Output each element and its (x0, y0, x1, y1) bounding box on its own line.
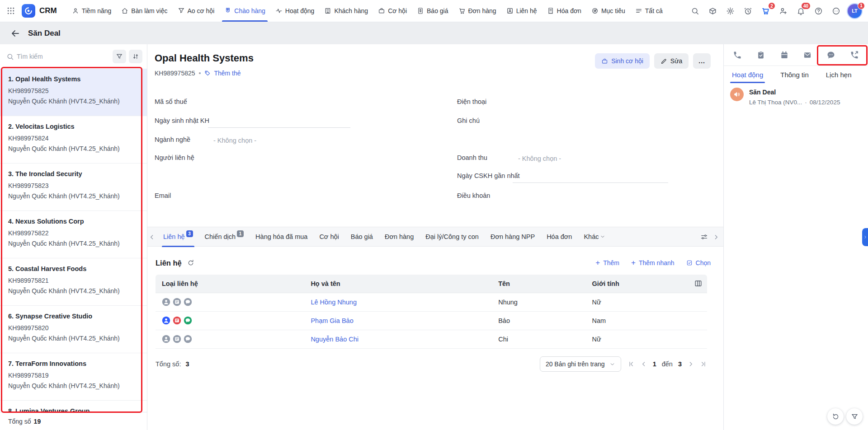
chat-type-icon[interactable] (184, 316, 192, 325)
help-button[interactable] (811, 4, 825, 18)
search-button[interactable] (688, 4, 702, 18)
generate-opportunity-button[interactable]: Sinh cơ hội (595, 53, 650, 69)
add-tag-button[interactable]: Thêm thẻ (204, 70, 241, 77)
deal-list-item[interactable]: 1. Opal Health SystemsKH989975825Nguyễn … (0, 69, 147, 116)
more-actions-button[interactable]: ... (693, 53, 711, 69)
field-value[interactable] (513, 190, 668, 203)
deal-list-item[interactable]: 6. Synapse Creative StudioKH989975820Ngu… (0, 306, 147, 353)
contact-row[interactable]: Lê Hồng NhungNhungNữ (156, 293, 707, 311)
phone-out-icon[interactable] (850, 51, 859, 60)
nav-item-cart[interactable]: Đơn hàng (453, 0, 501, 22)
nav-item-target[interactable]: Mục tiêu (586, 0, 630, 22)
contact-name-link[interactable]: Phạm Gia Bảo (311, 317, 353, 324)
last-page-button[interactable] (700, 360, 707, 368)
related-tab-5[interactable]: Đơn hàng (379, 227, 420, 247)
column-picker-icon[interactable] (694, 279, 703, 288)
app-grid-icon[interactable] (6, 6, 15, 15)
panel-tab-1[interactable]: Thông tin (780, 66, 809, 83)
mail-icon[interactable] (803, 51, 812, 60)
contact-row[interactable]: Phạm Gia BảoBảoNam (156, 311, 707, 330)
nav-item-invoice[interactable]: Hóa đơn (542, 0, 586, 22)
page-size-select[interactable]: 20 Bản ghi trên trang (540, 356, 621, 372)
clipboard-icon[interactable] (756, 51, 765, 60)
nav-item-menu[interactable]: Tất cả (630, 0, 668, 22)
panel-tab-0[interactable]: Hoạt động (732, 66, 763, 83)
edit-button[interactable]: Sửa (654, 53, 689, 69)
crm-logo[interactable] (22, 4, 35, 18)
person-type-icon[interactable] (162, 298, 170, 306)
user-avatar[interactable]: LT1 (848, 4, 862, 18)
next-page-button[interactable] (687, 360, 694, 368)
nav-item-lead[interactable]: Tiềm năng (67, 0, 117, 22)
nav-item-pool[interactable]: Ao cơ hội (173, 0, 220, 22)
quick-add-contact-button[interactable]: +Thêm nhanh (631, 259, 675, 267)
sort-button[interactable] (129, 50, 142, 63)
history-fab-button[interactable] (827, 408, 844, 425)
related-tab-3[interactable]: Cơ hội (313, 227, 344, 247)
person-type-icon[interactable] (162, 335, 170, 343)
deal-list-item[interactable]: 2. Velocitas LogisticsKH989975824Nguyễn … (0, 116, 147, 164)
field-value[interactable] (513, 115, 668, 128)
contact-name-link[interactable]: Lê Hồng Nhung (311, 299, 357, 306)
related-tab-1[interactable]: Chiến dịch1 (199, 227, 250, 247)
activity-item[interactable]: Săn DealLê Thị Thoa (NV0...·08/12/2025 (730, 88, 863, 106)
nav-item-quote[interactable]: Báo giá (412, 0, 453, 22)
contact-row[interactable]: Nguyễn Bảo ChiChiNữ (156, 330, 707, 348)
tabs-scroll-left-icon[interactable] (148, 234, 156, 241)
deal-list-item[interactable]: 7. TerraForm InnovationsKH989975819Nguyễ… (0, 353, 147, 401)
settings-button[interactable] (723, 4, 737, 18)
field-value[interactable] (208, 152, 350, 165)
related-tab-0[interactable]: Liên hệ3 (157, 227, 199, 247)
tabs-settings-icon[interactable] (700, 233, 708, 241)
cart-blue-button[interactable]: 2 (759, 4, 772, 18)
add-contact-button[interactable]: +Thêm (595, 259, 619, 267)
field-value[interactable] (513, 96, 668, 109)
prev-page-button[interactable] (640, 360, 647, 368)
chat-type-icon[interactable] (184, 335, 192, 343)
expand-panel-tab[interactable] (862, 228, 868, 246)
card-type-icon[interactable] (173, 335, 181, 343)
contact-name-link[interactable]: Nguyễn Bảo Chi (311, 336, 359, 343)
field-underline-input[interactable] (513, 171, 668, 183)
more-button[interactable] (829, 4, 843, 18)
field-value[interactable] (208, 190, 350, 203)
nav-item-magnet[interactable]: Chào hàng (219, 0, 270, 22)
card-type-icon[interactable] (173, 316, 181, 325)
nav-item-briefcase[interactable]: Cơ hội (373, 0, 412, 22)
nav-item-workspace[interactable]: Bàn làm việc (116, 0, 172, 22)
field-select-value[interactable]: - Không chọn - (208, 134, 350, 147)
panel-tab-2[interactable]: Lịch hẹn (826, 66, 852, 83)
field-select-value[interactable]: - Không chọn - (513, 152, 668, 165)
nav-item-contact[interactable]: Liên hệ (501, 0, 542, 22)
filter-button[interactable] (113, 50, 126, 63)
phone-icon[interactable] (733, 51, 742, 60)
nav-item-activity[interactable]: Hoạt động (270, 0, 320, 22)
deal-list-item[interactable]: 3. The Ironclad SecurityKH989975823Nguyễ… (0, 164, 147, 211)
deal-list-item[interactable]: 8. Lumina Ventures Group (0, 401, 147, 412)
chat-type-icon[interactable] (184, 298, 192, 306)
reminder-button[interactable] (741, 4, 755, 18)
bell-button[interactable]: 40 (794, 4, 807, 18)
related-tab-4[interactable]: Báo giá (345, 227, 379, 247)
deal-list-item[interactable]: 5. Coastal Harvest FoodsKH989975821Nguyễ… (0, 258, 147, 306)
add-user-button[interactable] (776, 4, 790, 18)
first-page-button[interactable] (627, 360, 635, 368)
nav-item-building[interactable]: Khách hàng (319, 0, 373, 22)
related-tab-7[interactable]: Đơn hàng NPP (485, 227, 541, 247)
field-value[interactable] (208, 96, 350, 109)
back-button[interactable] (10, 28, 21, 39)
related-tab-8[interactable]: Hóa đơn (541, 227, 578, 247)
select-contacts-button[interactable]: Chọn (686, 259, 711, 266)
calendar-icon[interactable] (780, 51, 789, 60)
product-search-button[interactable] (706, 4, 719, 18)
related-tab-9[interactable]: Khác (578, 227, 611, 247)
filter-fab-button[interactable] (846, 408, 863, 425)
related-tab-6[interactable]: Đại lý/Công ty con (420, 227, 485, 247)
search-input[interactable] (17, 53, 110, 60)
tabs-scroll-right-icon[interactable] (712, 234, 720, 241)
deal-list-item[interactable]: 4. Nexus Solutions CorpKH989975822Nguyễn… (0, 211, 147, 258)
person-type-icon[interactable] (162, 316, 170, 325)
field-underline-input[interactable] (208, 116, 350, 128)
refresh-icon[interactable] (187, 259, 194, 266)
related-tab-2[interactable]: Hàng hóa đã mua (250, 227, 313, 247)
